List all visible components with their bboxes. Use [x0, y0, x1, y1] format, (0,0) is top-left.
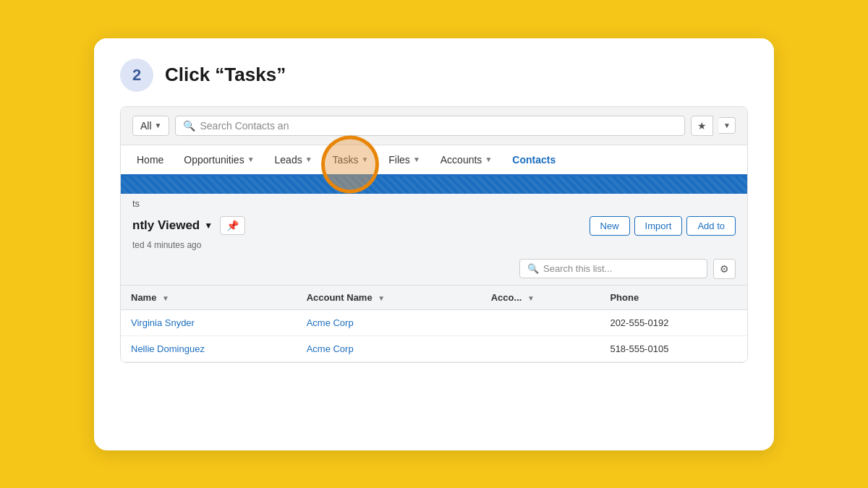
nav-leads-label: Leads: [275, 154, 302, 166]
chevron-down-icon: ▼: [204, 221, 213, 231]
contact-account-name-cell[interactable]: Acme Corp: [297, 309, 481, 335]
view-title: ntly Viewed ▼: [132, 218, 213, 233]
contact-acco-cell: [481, 309, 600, 335]
all-label: All: [140, 120, 152, 132]
nav-item-files[interactable]: Files ▼: [378, 145, 430, 174]
gear-icon: ⚙: [720, 263, 729, 275]
step-header: 2 Click “Tasks”: [94, 38, 774, 106]
search-input[interactable]: Search Contacts an: [200, 120, 289, 132]
nav-item-accounts[interactable]: Accounts ▼: [430, 145, 503, 174]
list-search-box[interactable]: 🔍 Search this list...: [519, 259, 707, 278]
chevron-down-icon: ▼: [413, 155, 420, 163]
chevron-down-icon: ▼: [305, 155, 312, 163]
nav-tasks-label: Tasks: [333, 154, 359, 166]
star-dropdown-button[interactable]: ▼: [719, 117, 736, 134]
list-search-row: 🔍 Search this list... ⚙: [121, 256, 747, 285]
toolbar-left: ntly Viewed ▼ 📌: [132, 216, 245, 235]
chevron-down-icon: ▼: [361, 155, 368, 163]
nav-opportunities-label: Opportunities: [184, 154, 244, 166]
col-header-phone: Phone: [600, 285, 747, 309]
star-button[interactable]: ★: [691, 116, 713, 136]
contact-name-cell[interactable]: Nellie Dominguez: [121, 335, 297, 361]
app-card: All ▼ 🔍 Search Contacts an ★ ▼ Home Oppo…: [120, 106, 748, 363]
table-row: Nellie Dominguez Acme Corp 518-555-0105: [121, 335, 747, 361]
contact-name-cell[interactable]: Virginia Snyder: [121, 309, 297, 335]
step-title: Click “Tasks”: [165, 64, 286, 86]
gear-button[interactable]: ⚙: [713, 259, 736, 279]
search-box: 🔍 Search Contacts an: [175, 116, 685, 136]
col-header-acco[interactable]: Acco... ▼: [481, 285, 600, 309]
contact-account-name-cell[interactable]: Acme Corp: [297, 335, 481, 361]
step-number: 2: [120, 59, 153, 92]
nav-item-home[interactable]: Home: [127, 145, 174, 174]
chevron-down-icon: ▼: [485, 155, 492, 163]
nav-contacts-label: Contacts: [512, 154, 556, 166]
nav-files-label: Files: [388, 154, 410, 166]
add-to-button[interactable]: Add to: [686, 216, 736, 236]
nav-bar: Home Opportunities ▼ Leads ▼ Tasks ▼ Fil…: [121, 145, 747, 176]
contact-phone-cell: 202-555-0192: [600, 309, 747, 335]
pin-button[interactable]: 📌: [220, 216, 245, 235]
nav-item-tasks[interactable]: Tasks ▼: [323, 145, 379, 174]
chevron-down-icon: ▼: [527, 294, 535, 302]
col-header-name[interactable]: Name ▼: [121, 285, 297, 309]
all-dropdown-button[interactable]: All ▼: [132, 116, 169, 136]
search-icon: 🔍: [183, 120, 195, 132]
list-search-placeholder: Search this list...: [543, 263, 612, 274]
search-icon: 🔍: [527, 263, 539, 274]
table-row: Virginia Snyder Acme Corp 202-555-0192: [121, 309, 747, 335]
chevron-down-icon: ▼: [162, 294, 169, 302]
star-icon: ★: [697, 120, 707, 132]
contacts-table: Name ▼ Account Name ▼ Acco... ▼ Phone: [121, 285, 747, 362]
breadcrumb: ts: [121, 194, 747, 209]
contact-phone-cell: 518-555-0105: [600, 335, 747, 361]
contact-acco-cell: [481, 335, 600, 361]
nav-item-opportunities[interactable]: Opportunities ▼: [174, 145, 264, 174]
subtitle-row: ted 4 minutes ago: [121, 240, 747, 256]
toolbar-right: New Import Add to: [590, 216, 736, 236]
nav-accounts-label: Accounts: [441, 154, 482, 166]
content-area: ts ntly Viewed ▼ 📌 New Import Add to: [121, 194, 747, 362]
chevron-down-icon: ▼: [155, 121, 162, 129]
chevron-down-icon: ▼: [247, 155, 255, 163]
nav-item-leads[interactable]: Leads ▼: [265, 145, 323, 174]
main-card: 2 Click “Tasks” All ▼ 🔍 Search Contacts …: [94, 38, 774, 450]
chevron-down-icon: ▼: [378, 294, 385, 302]
toolbar-row: ntly Viewed ▼ 📌 New Import Add to: [121, 209, 747, 240]
blue-banner: [121, 176, 747, 194]
table-header-row: Name ▼ Account Name ▼ Acco... ▼ Phone: [121, 285, 747, 309]
nav-home-label: Home: [137, 154, 163, 166]
col-header-account-name[interactable]: Account Name ▼: [297, 285, 481, 309]
chevron-down-icon: ▼: [723, 121, 731, 129]
search-row: All ▼ 🔍 Search Contacts an ★ ▼: [121, 107, 747, 145]
import-button[interactable]: Import: [634, 216, 683, 236]
nav-item-contacts[interactable]: Contacts: [502, 145, 566, 176]
new-button[interactable]: New: [590, 216, 630, 236]
